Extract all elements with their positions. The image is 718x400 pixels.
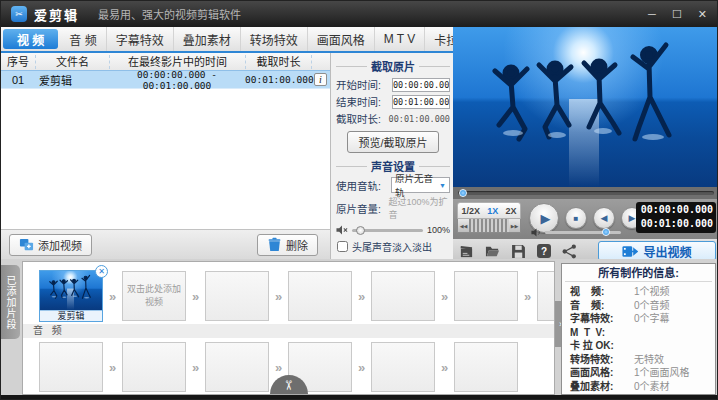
remove-clip-icon[interactable]: ✕ bbox=[95, 265, 108, 278]
clip-thumbnail[interactable]: ✕ 爱剪辑 bbox=[39, 270, 103, 322]
save-icon[interactable] bbox=[511, 244, 526, 259]
share-icon[interactable] bbox=[562, 244, 577, 259]
empty-audio-slot[interactable] bbox=[371, 342, 435, 392]
main-tabbar: 视 频 音 频 字幕特效 叠加素材 转场特效 画面风格 M T V 卡拉OK 升… bbox=[1, 27, 463, 53]
empty-audio-slot[interactable] bbox=[39, 342, 103, 392]
empty-video-slot[interactable] bbox=[537, 271, 555, 321]
empty-audio-slot[interactable] bbox=[122, 342, 186, 392]
close-button[interactable]: ✕ bbox=[698, 1, 707, 27]
delete-button[interactable]: 删除 bbox=[257, 234, 318, 256]
mtv-clapper-icon[interactable] bbox=[459, 244, 474, 259]
window-frame-bottom bbox=[1, 395, 717, 399]
stop-button[interactable]: ■ bbox=[565, 207, 587, 229]
player-volume-handle[interactable] bbox=[602, 228, 610, 236]
info-row: 画面风格:1个画面风格 bbox=[562, 366, 715, 380]
audio-track-section-label: 音 频 bbox=[23, 324, 554, 338]
add-video-label: 添加视频 bbox=[38, 237, 82, 253]
info-row: 转场特效:无特效 bbox=[562, 353, 715, 367]
empty-video-slot[interactable] bbox=[454, 271, 518, 321]
header-no: 序号 bbox=[1, 55, 35, 69]
timeline-area: 已添加片段 ✕ 爱剪辑 » 双击此处添加视频 » » » » » bbox=[1, 259, 718, 400]
clip-sound-panel: 截取原片 开始时间: 结束时间: 截取时长: 00:01:00.000 预览/截… bbox=[331, 53, 456, 259]
preview-clip-button[interactable]: 预览/截取原片 bbox=[347, 131, 438, 153]
jog-forward-button[interactable]: ▶▶ bbox=[509, 219, 520, 232]
added-clips-tab[interactable]: 已添加片段 bbox=[1, 265, 20, 339]
table-toolbar: 添加视频 删除 bbox=[1, 229, 331, 259]
tab-subtitle-effects[interactable]: 字幕特效 bbox=[107, 27, 174, 51]
tab-picture-style[interactable]: 画面风格 bbox=[308, 27, 375, 51]
audio-track-label: 使用音轨: bbox=[336, 178, 389, 193]
end-time-label: 结束时间: bbox=[336, 94, 390, 109]
clip-section-title: 截取原片 bbox=[336, 58, 450, 74]
info-row: M T V: bbox=[562, 326, 715, 340]
maximize-button[interactable]: ☐ bbox=[672, 1, 682, 27]
volume-slider[interactable] bbox=[352, 229, 423, 232]
clip-duration-value: 00:01:00.000 bbox=[389, 114, 450, 124]
chevron-icon: » bbox=[435, 360, 454, 375]
info-row: 叠加素材:0个素材 bbox=[562, 380, 715, 394]
empty-audio-slot[interactable] bbox=[205, 342, 269, 392]
empty-audio-slot[interactable] bbox=[454, 342, 518, 392]
jog-back-button[interactable]: ◀◀ bbox=[458, 219, 469, 232]
player-controls: 1/2X 1X 2X ◀◀ ▶▶ ▶ ■ ◀ ▶ 00:00:00.000 00… bbox=[453, 199, 718, 239]
row-filename: 爱剪辑 bbox=[35, 72, 109, 88]
add-clip-slot[interactable]: 双击此处添加视频 bbox=[122, 271, 186, 321]
start-time-input[interactable] bbox=[392, 78, 450, 92]
time-total: 00:01:00.000 bbox=[639, 217, 713, 231]
start-time-label: 开始时间: bbox=[336, 77, 390, 92]
chevron-icon: » bbox=[269, 360, 288, 375]
app-window: ✂ 爱剪辑 最易用、强大的视频剪辑软件 ─ ☐ ✕ 视 频 音 频 字幕特效 叠… bbox=[0, 0, 718, 400]
speaker-icon bbox=[531, 228, 542, 237]
video-preview[interactable] bbox=[453, 27, 718, 187]
tab-audio[interactable]: 音 频 bbox=[60, 27, 106, 51]
export-video-button[interactable]: 导出视频 bbox=[598, 241, 716, 261]
delete-label: 删除 bbox=[286, 237, 308, 253]
row-time: 00:00:00.000 - 00:01:00.000 bbox=[109, 69, 245, 91]
fade-checkbox[interactable] bbox=[337, 241, 348, 252]
volume-value: 100% bbox=[427, 225, 450, 235]
chevron-icon: » bbox=[103, 360, 122, 375]
empty-video-slot[interactable] bbox=[371, 271, 435, 321]
info-icon[interactable]: i bbox=[314, 73, 327, 86]
seek-bar[interactable] bbox=[453, 187, 718, 199]
muted-speaker-icon bbox=[336, 225, 348, 235]
help-icon[interactable]: ? bbox=[537, 244, 551, 258]
empty-video-slot[interactable] bbox=[205, 271, 269, 321]
tab-overlay-materials[interactable]: 叠加素材 bbox=[174, 27, 241, 51]
speed-2x-button[interactable]: 2X bbox=[505, 206, 516, 216]
time-current: 00:00:00.000 bbox=[639, 203, 713, 217]
speed-half-button[interactable]: 1/2X bbox=[462, 206, 481, 216]
audio-track-dropdown[interactable]: 原片无音轨 ▼ bbox=[391, 177, 450, 193]
header-duration: 截取时长 bbox=[245, 55, 311, 69]
timeline-panel: ✕ 爱剪辑 » 双击此处添加视频 » » » » » 音 频 bbox=[22, 261, 555, 395]
tab-mtv[interactable]: M T V bbox=[375, 27, 426, 51]
add-clip-hint: 双击此处添加视频 bbox=[123, 283, 185, 310]
export-video-label: 导出视频 bbox=[643, 243, 691, 260]
chevron-icon: » bbox=[435, 289, 454, 304]
prev-frame-button[interactable]: ◀ bbox=[593, 207, 615, 229]
app-subtitle: 最易用、强大的视频剪辑软件 bbox=[98, 6, 241, 22]
minimize-button[interactable]: ─ bbox=[648, 1, 656, 27]
chevron-down-icon: ▼ bbox=[439, 182, 446, 189]
end-time-input[interactable] bbox=[392, 95, 450, 109]
table-row[interactable]: 01 爱剪辑 00:00:00.000 - 00:01:00.000 00:01… bbox=[1, 71, 330, 89]
open-folder-icon[interactable] bbox=[485, 244, 500, 259]
volume-slider-handle[interactable] bbox=[356, 226, 365, 235]
clip-thumbnail-label: 爱剪辑 bbox=[40, 310, 102, 321]
tab-video[interactable]: 视 频 bbox=[3, 29, 58, 49]
info-panel-title: 所有制作的信息: bbox=[565, 264, 712, 282]
seek-handle[interactable] bbox=[459, 189, 467, 197]
speed-1x-button[interactable]: 1X bbox=[487, 206, 498, 216]
trash-icon bbox=[267, 237, 282, 252]
volume-label: 原片音量: bbox=[336, 201, 387, 216]
add-video-button[interactable]: 添加视频 bbox=[9, 234, 92, 256]
info-row: 视 频:1个视频 bbox=[562, 285, 715, 299]
header-filename: 文件名 bbox=[35, 55, 109, 69]
jog-wheel[interactable] bbox=[469, 219, 509, 232]
time-display: 00:00:00.000 00:01:00.000 bbox=[636, 202, 716, 233]
empty-video-slot[interactable] bbox=[288, 271, 352, 321]
volume-hint: 超过100%为扩音 bbox=[389, 195, 450, 221]
player-volume-slider[interactable] bbox=[545, 231, 621, 234]
chevron-icon: » bbox=[518, 289, 537, 304]
tab-transition-effects[interactable]: 转场特效 bbox=[241, 27, 308, 51]
